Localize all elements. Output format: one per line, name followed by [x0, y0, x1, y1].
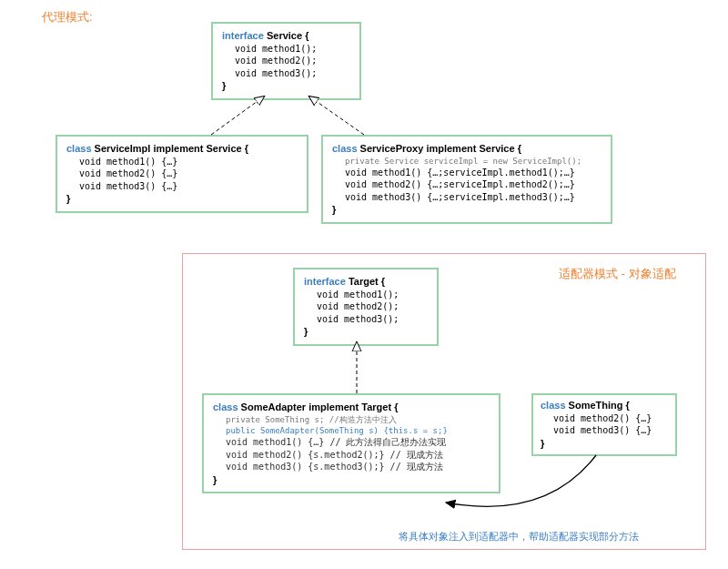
name-service: Service — [267, 30, 302, 41]
arrow-proxy-to-service — [309, 97, 364, 135]
brace-open: { — [381, 276, 385, 287]
svc-m1: void method1(); — [222, 43, 350, 56]
kw-implement: implement — [153, 143, 203, 154]
box-some-thing: class SomeThing { void method2() {…} voi… — [531, 393, 677, 456]
name-serviceproxy: ServiceProxy — [360, 143, 424, 154]
st-m2: void method2() {…} — [541, 412, 668, 425]
kw-class: class — [332, 143, 358, 154]
name-someadapter: SomeAdapter — [241, 401, 307, 412]
kw-interface: interface — [222, 30, 264, 41]
adapter-title: 适配器模式 - 对象适配 — [559, 266, 676, 282]
brace-open: { — [518, 143, 521, 154]
name-serviceimpl: ServiceImpl — [95, 143, 151, 154]
box-service-proxy: class ServiceProxy implement Service { p… — [321, 135, 612, 224]
brace-close: } — [213, 473, 490, 487]
name-service-ref: Service — [207, 143, 242, 154]
kw-implement: implement — [308, 401, 359, 412]
box-service-impl: class ServiceImpl implement Service { vo… — [56, 135, 308, 213]
brace-close: } — [332, 203, 602, 217]
impl-m2: void method2() {…} — [66, 168, 298, 180]
name-target-ref: Target — [361, 401, 391, 412]
ada-m2: void method2() {s.method2();} // 现成方法 — [213, 449, 490, 462]
tgt-m1: void method1(); — [304, 289, 428, 301]
box-some-adapter: class SomeAdapter implement Target { pri… — [202, 393, 500, 493]
brace-open: { — [305, 30, 308, 41]
svc-m2: void method2(); — [222, 55, 350, 67]
proxy-m3: void method3() {…;serviceImpl.method3();… — [332, 191, 602, 204]
kw-implement: implement — [426, 143, 476, 154]
name-service-ref2: Service — [479, 143, 514, 154]
name-something: SomeThing — [569, 400, 623, 411]
tgt-m3: void method3(); — [304, 313, 428, 326]
svc-m3: void method3(); — [222, 67, 350, 80]
kw-class: class — [541, 400, 566, 411]
box-service-interface: interface Service { void method1(); void… — [211, 22, 361, 100]
proxy-m2: void method2() {…;serviceImpl.method2();… — [332, 178, 602, 191]
kw-class: class — [66, 143, 92, 154]
ada-priv: private SomeThing s; //构造方法中注入 — [213, 414, 490, 425]
proxy-title: 代理模式: — [42, 9, 93, 25]
proxy-priv: private Service serviceImpl = new Servic… — [332, 156, 602, 167]
st-m3: void method3() {…} — [541, 424, 668, 437]
brace-open: { — [394, 401, 398, 412]
impl-m3: void method3() {…} — [66, 180, 298, 193]
ada-ctor: public SomeAdapter(SomeThing s) {this.s … — [213, 425, 490, 436]
kw-interface: interface — [304, 276, 346, 287]
tgt-m2: void method2(); — [304, 300, 428, 313]
brace-open: { — [245, 143, 248, 154]
box-target-interface: interface Target { void method1(); void … — [293, 268, 439, 346]
name-target: Target — [349, 276, 379, 287]
ada-m1: void method1() {…} // 此方法得自己想办法实现 — [213, 436, 490, 449]
brace-close: } — [304, 325, 428, 339]
impl-m1: void method1() {…} — [66, 156, 298, 168]
adapter-caption: 将具体对象注入到适配器中，帮助适配器实现部分方法 — [399, 530, 639, 544]
ada-m3: void method3() {s.method3();} // 现成方法 — [213, 461, 490, 473]
kw-class: class — [213, 401, 238, 412]
proxy-m1: void method1() {…;serviceImpl.method1();… — [332, 167, 602, 179]
brace-close: } — [66, 192, 298, 206]
arrow-impl-to-service — [211, 97, 264, 135]
brace-open: { — [626, 400, 630, 411]
brace-close: } — [541, 437, 668, 451]
brace-close: } — [222, 79, 350, 93]
